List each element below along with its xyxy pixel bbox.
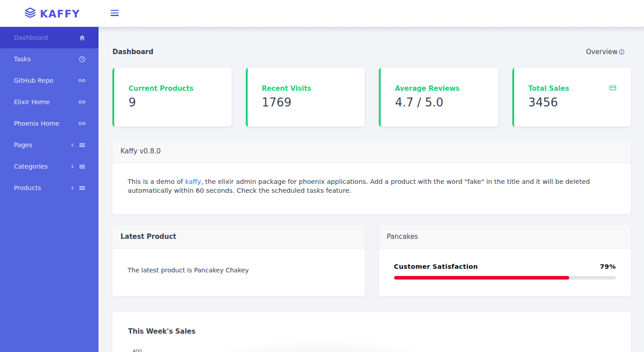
satisfaction-progress-track [394, 276, 616, 280]
sidebar-item-products[interactable]: Products [0, 177, 99, 199]
satisfaction-panel: Pancakes Customer Satisfaction 79% [379, 225, 631, 296]
sidebar-item-label: Dashboard [14, 34, 48, 41]
stat-card-average-reviews: Average Reviews 4.7 / 5.0 [379, 68, 498, 127]
sidebar-item-tasks[interactable]: Tasks [0, 48, 99, 70]
stat-title: Current Products [129, 85, 232, 93]
sidebar-item-label: Products [14, 184, 41, 191]
main-content: Dashboard Overview Current Products 9 Re… [99, 27, 644, 352]
sidebar-item-categories[interactable]: Categories [0, 156, 99, 177]
sidebar-item-label: Tasks [14, 55, 31, 63]
kaffy-info-panel: Kaffy v0.8.0 This is a demo of kaffy, th… [112, 140, 631, 214]
sidebar-item-github-repo[interactable]: GitHub Repo [0, 70, 99, 91]
chart-axis-tick: 400 [133, 348, 142, 352]
panel-title: This Week's Sales [128, 327, 615, 335]
page-title: Dashboard [112, 48, 153, 56]
satisfaction-metric-label: Customer Satisfaction [394, 263, 478, 270]
clock-icon [79, 56, 86, 63]
stat-title: Average Reviews [395, 85, 498, 93]
link-icon [78, 77, 86, 84]
chevron-left-icon [70, 143, 75, 148]
link-icon [78, 120, 86, 127]
panel-title: Pancakes [379, 225, 631, 249]
info-icon[interactable] [618, 49, 625, 55]
list-icon [79, 185, 86, 191]
chart-shadow-blob [188, 338, 456, 352]
stat-title: Recent Visits [262, 85, 365, 93]
credit-card-icon [610, 85, 616, 93]
layers-icon [25, 7, 36, 20]
info-text-before: This is a demo of [128, 178, 185, 185]
stat-cards-row: Current Products 9 Recent Visits 1769 Av… [112, 68, 631, 127]
panel-title: Latest Product [112, 225, 365, 249]
link-icon [78, 98, 86, 106]
menu-toggle-icon[interactable] [111, 10, 119, 17]
latest-product-panel: Latest Product The latest product is Pan… [112, 225, 365, 296]
stat-card-total-sales: Total Sales 3456 [512, 68, 631, 127]
satisfaction-progress-fill [394, 276, 569, 280]
stat-card-recent-visits: Recent Visits 1769 [246, 68, 365, 127]
sidebar-item-label: Elixir Home [14, 98, 50, 106]
sidebar-item-pages[interactable]: Pages [0, 134, 99, 156]
home-icon [79, 34, 86, 41]
stat-value: 1769 [262, 96, 365, 109]
satisfaction-percent-label: 79% [600, 263, 616, 270]
latest-product-text: The latest product is Pancakey Chakey [112, 249, 365, 295]
kaffy-info-text: This is a demo of kaffy, the elixir admi… [112, 163, 631, 214]
sidebar-nav: Dashboard Tasks GitHub Repo Elixir Home … [0, 27, 99, 352]
sidebar-item-phoenix-home[interactable]: Phoenix Home [0, 113, 99, 134]
sidebar-item-label: Pages [14, 141, 32, 148]
sidebar-item-label: Categories [14, 163, 47, 170]
overview-widget: Overview [586, 48, 625, 56]
stat-card-current-products: Current Products 9 [112, 68, 232, 127]
overview-label: Overview [586, 48, 618, 56]
weekly-sales-panel: This Week's Sales 400 [112, 312, 631, 352]
sidebar-item-dashboard[interactable]: Dashboard [0, 27, 99, 48]
brand-name: KAFFY [40, 8, 80, 20]
list-icon [79, 163, 86, 170]
panel-title: Kaffy v0.8.0 [112, 140, 631, 163]
stat-value: 9 [129, 96, 232, 109]
list-icon [79, 142, 86, 148]
stat-value: 3456 [528, 96, 631, 109]
chevron-left-icon [70, 164, 75, 169]
top-header: KAFFY [0, 0, 644, 27]
sidebar-item-label: GitHub Repo [14, 77, 53, 84]
stat-value: 4.7 / 5.0 [395, 96, 498, 109]
brand-logo[interactable]: KAFFY [25, 7, 80, 20]
sidebar-item-label: Phoenix Home [14, 120, 59, 127]
chevron-left-icon [70, 186, 75, 191]
sidebar-item-elixir-home[interactable]: Elixir Home [0, 91, 99, 113]
kaffy-link[interactable]: kaffy [185, 178, 201, 185]
